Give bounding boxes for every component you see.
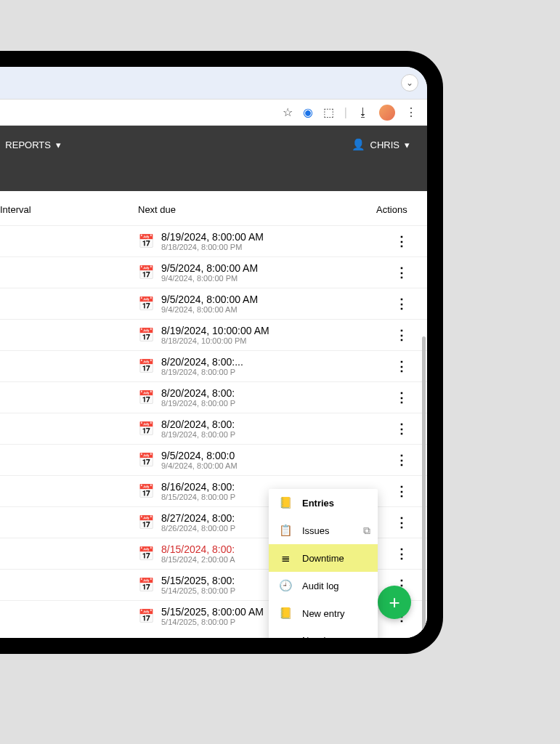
table-row[interactable]: 📅8/19/2024, 10:00:00 AM8/18/2024, 10:00:… [0, 319, 427, 350]
table-row[interactable]: er📅9/5/2024, 8:00:00 AM9/4/2024, 8:00:00… [0, 288, 427, 319]
date-main: 8/27/2024, 8:00: [161, 512, 235, 524]
nextdue-cell: 📅9/5/2024, 8:00:00 AM9/4/2024, 8:00:00 A… [138, 294, 376, 314]
browser-menu-icon[interactable]: ⋮ [405, 105, 417, 119]
date-main: 8/19/2024, 10:00:00 AM [161, 325, 269, 336]
table-row[interactable]: 📅8/20/2024, 8:00:8/19/2024, 8:00:00 P⋮ [0, 413, 427, 444]
browser-toolbar: ☆ ◉ ⬚ | ⭳ ⋮ [0, 100, 427, 126]
date-main: 9/5/2024, 8:00:00 AM [161, 294, 258, 305]
nav-user[interactable]: 👤 CHRIS ▾ [341, 131, 420, 158]
nextdue-cell: 📅9/5/2024, 8:00:09/4/2024, 8:00:00 AM [138, 450, 376, 470]
screen: ⌄ ☆ ◉ ⬚ | ⭳ ⋮ ☰ NTORY ▾ 🧰 MAINTENANCE 📋 … [0, 67, 427, 638]
date-sub: 9/4/2024, 8:00:00 PM [161, 274, 258, 283]
row-actions-button[interactable]: ⋮ [389, 355, 414, 377]
date-main: 8/20/2024, 8:00: [161, 387, 235, 399]
table-row[interactable]: Filters📅9/5/2024, 8:00:09/4/2024, 8:00:0… [0, 444, 427, 475]
row-actions-button[interactable]: ⋮ [389, 262, 414, 283]
row-actions-button[interactable]: ⋮ [389, 324, 414, 346]
date-main: 8/20/2024, 8:00:... [161, 356, 243, 368]
table-header: Interval Next due Actions [0, 191, 427, 225]
download-icon[interactable]: ⭳ [357, 106, 369, 119]
calendar-icon: 📅 [138, 608, 154, 624]
date-sub: 8/15/2024, 2:00:00 A [161, 555, 235, 564]
nextdue-cell: 📅8/20/2024, 8:00:8/19/2024, 8:00:00 P [138, 387, 376, 408]
omnibox-dropdown[interactable]: ⌄ [401, 74, 418, 92]
date-main: 5/15/2025, 8:00: [161, 575, 235, 586]
user-icon: 👤 [352, 138, 365, 151]
issues-icon: 📋 [279, 524, 292, 537]
date-main: 5/15/2025, 8:00:00 AM [161, 606, 264, 618]
date-sub: 5/14/2025, 8:00:00 P [161, 586, 235, 595]
external-link-icon: ⧉ [363, 525, 370, 537]
menu-item-entries[interactable]: 📒Entries [269, 489, 378, 517]
row-actions-button[interactable]: ⋮ [389, 230, 414, 252]
puzzle-icon[interactable]: ⬚ [323, 105, 334, 119]
col-actions: Actions [376, 204, 427, 215]
calendar-icon: 📅 [138, 483, 154, 499]
col-nextdue: Next due [138, 204, 376, 215]
date-sub: 5/14/2025, 8:00:00 P [161, 618, 264, 626]
calendar-icon: 📅 [138, 421, 154, 437]
menu-item-downtime[interactable]: ≣Downtime [269, 544, 378, 572]
nav-reports[interactable]: 📄 REPORTS ▾ [0, 131, 71, 158]
calendar-icon: 📅 [138, 546, 154, 562]
calendar-icon: 📅 [138, 514, 154, 530]
row-actions-button[interactable]: ⋮ [389, 480, 414, 502]
entries-icon: 📒 [279, 496, 292, 509]
nextdue-cell: 📅8/19/2024, 8:00:00 AM8/18/2024, 8:00:00… [138, 231, 376, 251]
divider: | [344, 106, 347, 119]
calendar-icon: 📅 [138, 296, 154, 312]
nextdue-cell: 📅8/20/2024, 8:00:...8/19/2024, 8:00:00 P [138, 356, 376, 376]
scrollbar[interactable] [422, 336, 426, 638]
star-icon[interactable]: ☆ [283, 105, 293, 119]
nextdue-cell: 📅9/5/2024, 8:00:00 AM9/4/2024, 8:00:00 P… [138, 262, 376, 283]
menu-item-label: Issues [302, 525, 330, 536]
date-main: 8/19/2024, 8:00:00 AM [161, 231, 264, 243]
table-row[interactable]: 📅9/5/2024, 8:00:00 AM9/4/2024, 8:00:00 P… [0, 256, 427, 288]
row-actions-button[interactable]: ⋮ [389, 418, 414, 440]
date-main: 8/16/2024, 8:00: [161, 481, 235, 493]
row-actions-button[interactable]: ⋮ [389, 293, 414, 315]
calendar-icon: 📅 [138, 452, 154, 468]
row-actions-button[interactable]: ⋮ [389, 387, 414, 408]
date-sub: 8/19/2024, 8:00:00 P [161, 430, 235, 439]
calendar-icon: 📅 [138, 327, 154, 343]
row-actions-button[interactable]: ⋮ [389, 512, 414, 533]
nextdue-cell: 📅8/19/2024, 10:00:00 AM8/18/2024, 10:00:… [138, 325, 376, 345]
menu-item-label: Entries [302, 498, 334, 509]
fab-add-button[interactable]: + [378, 586, 411, 619]
calendar-icon: 📅 [138, 233, 154, 249]
new-entry-icon: 📒 [279, 607, 292, 620]
nav-user-label: CHRIS [370, 140, 399, 150]
date-main: 9/5/2024, 8:00:0 [161, 450, 238, 461]
date-main: 8/15/2024, 8:00: [161, 543, 235, 555]
table-row[interactable]: 📅8/20/2024, 8:00:8/19/2024, 8:00:00 P⋮ [0, 381, 427, 413]
date-sub: 8/26/2024, 8:00:00 P [161, 524, 235, 533]
date-main: 9/5/2024, 8:00:00 AM [161, 262, 258, 274]
row-actions-button[interactable]: ⋮ [389, 543, 414, 565]
calendar-icon: 📅 [138, 577, 154, 593]
table-row[interactable]: 📅8/20/2024, 8:00:...8/19/2024, 8:00:00 P… [0, 350, 427, 381]
date-sub: 8/18/2024, 10:00:00 PM [161, 336, 269, 345]
menu-item-issues[interactable]: 📋Issues⧉ [269, 517, 378, 544]
menu-item-audit-log[interactable]: 🕘Audit log [269, 572, 378, 599]
table-row[interactable]: 📅8/19/2024, 8:00:00 AM8/18/2024, 8:00:00… [0, 225, 427, 256]
menu-item-new-issue[interactable]: ▲New issue [269, 627, 378, 638]
audit-log-icon: 🕘 [279, 579, 292, 592]
menu-item-label: Downtime [302, 553, 344, 564]
browser-chrome: ⌄ [0, 67, 427, 100]
context-menu: 📒Entries📋Issues⧉≣Downtime🕘Audit log📒New … [269, 489, 378, 638]
chevron-down-icon: ▾ [405, 140, 410, 150]
nextdue-cell: 📅8/20/2024, 8:00:8/19/2024, 8:00:00 P [138, 418, 376, 439]
avatar[interactable] [379, 105, 395, 121]
date-sub: 9/4/2024, 8:00:00 AM [161, 461, 238, 470]
date-sub: 8/19/2024, 8:00:00 P [161, 368, 243, 376]
chevron-down-icon: ▾ [56, 140, 61, 150]
tablet-frame: ⌄ ☆ ◉ ⬚ | ⭳ ⋮ ☰ NTORY ▾ 🧰 MAINTENANCE 📋 … [0, 51, 443, 654]
menu-item-new-entry[interactable]: 📒New entry [269, 599, 378, 627]
menu-item-label: New issue [302, 635, 346, 638]
date-sub: 9/4/2024, 8:00:00 AM [161, 305, 258, 314]
date-main: 8/20/2024, 8:00: [161, 418, 235, 430]
row-actions-button[interactable]: ⋮ [389, 449, 414, 471]
extension-circle-icon[interactable]: ◉ [303, 105, 313, 119]
col-interval: Interval [0, 204, 138, 215]
